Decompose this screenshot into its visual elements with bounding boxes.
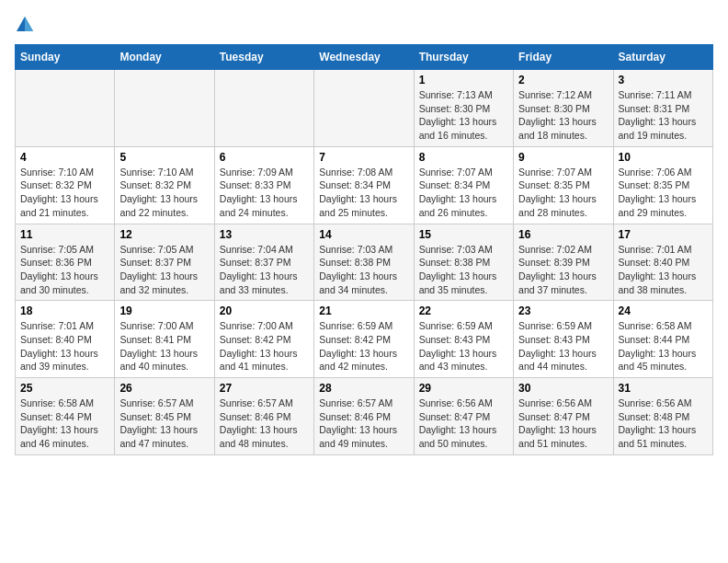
calendar-cell [314,70,414,147]
day-number: 1 [419,74,508,86]
calendar-cell [16,70,115,147]
calendar-cell: 22Sunrise: 6:59 AMSunset: 8:43 PMDayligh… [414,301,513,378]
day-info: Sunrise: 7:00 AMSunset: 8:41 PMDaylight:… [119,319,209,373]
day-number: 3 [619,74,708,86]
day-number: 27 [220,382,309,395]
day-number: 19 [119,304,209,317]
day-info: Sunrise: 7:11 AMSunset: 8:31 PMDaylight:… [619,88,708,143]
day-info: Sunrise: 6:56 AMSunset: 8:47 PMDaylight:… [419,396,508,451]
day-info: Sunrise: 7:09 AMSunset: 8:33 PMDaylight:… [220,166,309,220]
calendar-cell [115,70,214,147]
calendar-cell: 24Sunrise: 6:58 AMSunset: 8:44 PMDayligh… [613,301,712,378]
day-number: 2 [518,74,608,86]
calendar-cell: 23Sunrise: 6:59 AMSunset: 8:43 PMDayligh… [514,301,613,378]
day-number: 24 [619,304,708,317]
calendar-cell: 28Sunrise: 6:57 AMSunset: 8:46 PMDayligh… [314,378,414,455]
day-number: 23 [518,304,608,317]
calendar-cell: 27Sunrise: 6:57 AMSunset: 8:46 PMDayligh… [214,378,313,455]
day-info: Sunrise: 6:58 AMSunset: 8:44 PMDaylight:… [20,396,109,451]
day-info: Sunrise: 6:57 AMSunset: 8:46 PMDaylight:… [220,396,309,451]
day-info: Sunrise: 7:13 AMSunset: 8:30 PMDaylight:… [419,88,508,143]
calendar-cell: 16Sunrise: 7:02 AMSunset: 8:39 PMDayligh… [514,224,613,301]
calendar-cell: 11Sunrise: 7:05 AMSunset: 8:36 PMDayligh… [16,224,115,301]
day-number: 26 [119,382,209,395]
day-number: 4 [20,151,109,164]
day-number: 22 [419,304,508,317]
day-number: 9 [518,151,608,164]
calendar-cell: 31Sunrise: 6:56 AMSunset: 8:48 PMDayligh… [613,378,712,455]
day-info: Sunrise: 6:57 AMSunset: 8:46 PMDaylight:… [319,396,408,451]
calendar-cell: 2Sunrise: 7:12 AMSunset: 8:30 PMDaylight… [514,70,613,147]
day-number: 31 [619,382,708,395]
day-info: Sunrise: 7:04 AMSunset: 8:37 PMDaylight:… [220,243,309,297]
day-number: 12 [119,228,209,241]
header-wednesday: Wednesday [314,45,414,70]
day-number: 8 [419,151,508,164]
day-info: Sunrise: 6:56 AMSunset: 8:47 PMDaylight:… [518,396,608,451]
calendar-cell: 25Sunrise: 6:58 AMSunset: 8:44 PMDayligh… [16,378,115,455]
day-number: 10 [619,151,708,164]
calendar-cell [214,70,313,147]
day-number: 30 [518,382,608,395]
day-info: Sunrise: 7:01 AMSunset: 8:40 PMDaylight:… [20,319,109,373]
day-info: Sunrise: 6:59 AMSunset: 8:42 PMDaylight:… [319,319,408,373]
day-info: Sunrise: 7:00 AMSunset: 8:42 PMDaylight:… [220,319,309,373]
header-friday: Friday [514,45,613,70]
calendar-cell: 29Sunrise: 6:56 AMSunset: 8:47 PMDayligh… [414,378,513,455]
header-saturday: Saturday [613,45,712,70]
day-number: 13 [220,228,309,241]
day-number: 28 [319,382,408,395]
day-info: Sunrise: 7:10 AMSunset: 8:32 PMDaylight:… [20,166,109,220]
day-number: 18 [20,304,109,317]
calendar-week-row: 11Sunrise: 7:05 AMSunset: 8:36 PMDayligh… [16,224,713,301]
day-number: 29 [419,382,508,395]
day-number: 15 [419,228,508,241]
logo-icon [15,15,35,35]
day-info: Sunrise: 7:10 AMSunset: 8:32 PMDaylight:… [119,166,209,220]
day-number: 20 [220,304,309,317]
calendar-cell: 20Sunrise: 7:00 AMSunset: 8:42 PMDayligh… [214,301,313,378]
day-info: Sunrise: 6:58 AMSunset: 8:44 PMDaylight:… [619,319,708,373]
calendar-cell: 10Sunrise: 7:06 AMSunset: 8:35 PMDayligh… [613,146,712,224]
page-header [15,15,713,35]
calendar-cell: 21Sunrise: 6:59 AMSunset: 8:42 PMDayligh… [314,301,414,378]
day-number: 7 [319,151,408,164]
day-info: Sunrise: 7:08 AMSunset: 8:34 PMDaylight:… [319,166,408,220]
calendar-cell: 18Sunrise: 7:01 AMSunset: 8:40 PMDayligh… [16,301,115,378]
day-number: 6 [220,151,309,164]
logo [15,15,39,35]
day-info: Sunrise: 7:12 AMSunset: 8:30 PMDaylight:… [518,88,608,143]
day-number: 14 [319,228,408,241]
day-number: 25 [20,382,109,395]
day-info: Sunrise: 7:02 AMSunset: 8:39 PMDaylight:… [518,243,608,297]
day-info: Sunrise: 7:03 AMSunset: 8:38 PMDaylight:… [419,243,508,297]
day-number: 16 [518,228,608,241]
calendar-cell: 15Sunrise: 7:03 AMSunset: 8:38 PMDayligh… [414,224,513,301]
day-info: Sunrise: 6:59 AMSunset: 8:43 PMDaylight:… [518,319,608,373]
calendar-cell: 14Sunrise: 7:03 AMSunset: 8:38 PMDayligh… [314,224,414,301]
day-info: Sunrise: 7:06 AMSunset: 8:35 PMDaylight:… [619,166,708,220]
calendar-cell: 1Sunrise: 7:13 AMSunset: 8:30 PMDaylight… [414,70,513,147]
day-info: Sunrise: 7:03 AMSunset: 8:38 PMDaylight:… [319,243,408,297]
calendar-cell: 12Sunrise: 7:05 AMSunset: 8:37 PMDayligh… [115,224,214,301]
header-sunday: Sunday [16,45,115,70]
day-number: 5 [119,151,209,164]
calendar-header-row: SundayMondayTuesdayWednesdayThursdayFrid… [16,45,713,70]
calendar-table: SundayMondayTuesdayWednesdayThursdayFrid… [15,44,713,455]
calendar-cell: 8Sunrise: 7:07 AMSunset: 8:34 PMDaylight… [414,146,513,224]
day-info: Sunrise: 7:07 AMSunset: 8:34 PMDaylight:… [419,166,508,220]
header-monday: Monday [115,45,214,70]
day-info: Sunrise: 6:59 AMSunset: 8:43 PMDaylight:… [419,319,508,373]
day-info: Sunrise: 7:07 AMSunset: 8:35 PMDaylight:… [518,166,608,220]
day-info: Sunrise: 6:57 AMSunset: 8:45 PMDaylight:… [119,396,209,451]
day-info: Sunrise: 7:05 AMSunset: 8:36 PMDaylight:… [20,243,109,297]
calendar-cell: 9Sunrise: 7:07 AMSunset: 8:35 PMDaylight… [514,146,613,224]
calendar-week-row: 4Sunrise: 7:10 AMSunset: 8:32 PMDaylight… [16,146,713,224]
header-thursday: Thursday [414,45,513,70]
calendar-cell: 17Sunrise: 7:01 AMSunset: 8:40 PMDayligh… [613,224,712,301]
day-number: 21 [319,304,408,317]
calendar-cell: 7Sunrise: 7:08 AMSunset: 8:34 PMDaylight… [314,146,414,224]
svg-marker-1 [25,17,33,31]
calendar-cell: 30Sunrise: 6:56 AMSunset: 8:47 PMDayligh… [514,378,613,455]
day-number: 17 [619,228,708,241]
